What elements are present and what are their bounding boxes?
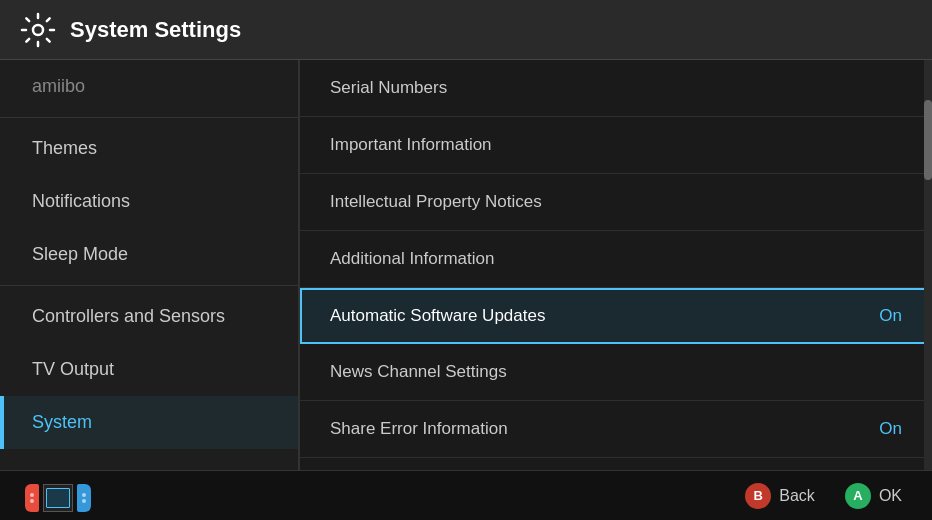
back-label: Back [779,487,815,505]
content-item-label: Automatic Software Updates [330,306,545,326]
footer: B Back A OK [0,470,932,520]
content-item-label: Additional Information [330,249,494,269]
content-item-additional-info[interactable]: Additional Information [300,231,932,288]
content-item-auto-software-updates[interactable]: Automatic Software Updates On [300,288,932,344]
ok-button-container[interactable]: A OK [845,483,902,509]
content-item-ip-notices[interactable]: Intellectual Property Notices [300,174,932,231]
b-button-icon: B [745,483,771,509]
content-item-label: Share Error Information [330,419,508,439]
svg-point-0 [33,25,43,35]
sidebar-item-controllers-sensors[interactable]: Controllers and Sensors [0,290,298,343]
content-item-label: News Channel Settings [330,362,507,382]
sidebar-item-notifications[interactable]: Notifications [0,175,298,228]
content-item-label: Important Information [330,135,492,155]
content-item-share-error[interactable]: Share Error Information On [300,401,932,458]
scrollbar-track[interactable] [924,60,932,470]
page-title: System Settings [70,17,241,43]
gear-icon [20,12,56,48]
switch-screen-icon [46,488,70,508]
sidebar-item-tv-output[interactable]: TV Output [0,343,298,396]
nintendo-switch-icon [25,484,91,512]
b-button-label: B [754,488,763,503]
sidebar-item-amiibo[interactable]: amiibo [0,60,298,113]
sidebar-divider-2 [0,285,298,286]
header: System Settings [0,0,932,60]
content-item-value-share-error: On [879,419,902,439]
sidebar-item-sleep-mode[interactable]: Sleep Mode [0,228,298,281]
joycon-left-icon [25,484,39,512]
joycon-right-icon [77,484,91,512]
sidebar-item-themes[interactable]: Themes [0,122,298,175]
content-item-important-info[interactable]: Important Information [300,117,932,174]
ok-label: OK [879,487,902,505]
content-item-label: Intellectual Property Notices [330,192,542,212]
content-item-news-channel[interactable]: News Channel Settings [300,344,932,401]
back-button-container[interactable]: B Back [745,483,815,509]
content-area: Serial Numbers Important Information Int… [300,60,932,470]
content-item-value-auto-updates: On [879,306,902,326]
sidebar-item-system[interactable]: System [0,396,298,449]
a-button-icon: A [845,483,871,509]
scrollbar-thumb[interactable] [924,100,932,180]
content-item-serial-numbers[interactable]: Serial Numbers [300,60,932,117]
sidebar-divider-1 [0,117,298,118]
content-item-label: Serial Numbers [330,78,447,98]
main-layout: amiibo Themes Notifications Sleep Mode C… [0,60,932,470]
sidebar: amiibo Themes Notifications Sleep Mode C… [0,60,300,470]
switch-body-icon [43,484,73,512]
a-button-label: A [853,488,862,503]
